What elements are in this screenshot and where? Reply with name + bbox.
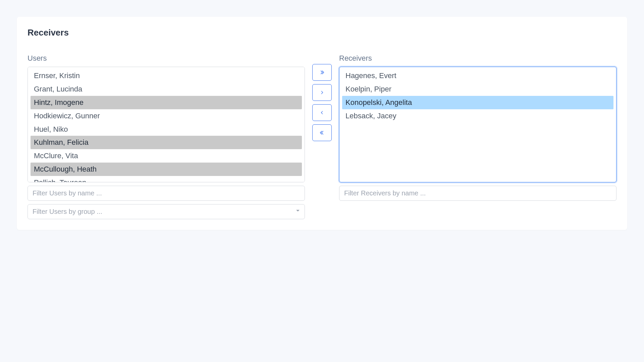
receivers-item[interactable]: Hagenes, Evert xyxy=(342,69,613,82)
receivers-item[interactable]: Koelpin, Piper xyxy=(342,82,613,96)
users-item[interactable]: Grant, Lucinda xyxy=(31,82,302,96)
receivers-filter-name-input[interactable] xyxy=(339,186,616,201)
users-item[interactable]: Ernser, Kristin xyxy=(31,69,302,82)
page-title: Receivers xyxy=(28,27,616,38)
add-all-button[interactable] xyxy=(312,64,332,81)
chevron-double-left-icon xyxy=(319,130,325,135)
receivers-card: Receivers Users Ernser, KristinGrant, Lu… xyxy=(17,17,627,230)
remove-all-button[interactable] xyxy=(312,124,332,141)
chevron-double-right-icon xyxy=(319,70,325,75)
receivers-item[interactable]: Lebsack, Jacey xyxy=(342,109,613,123)
remove-selected-button[interactable] xyxy=(312,104,332,121)
chevron-right-icon xyxy=(320,90,324,95)
users-item[interactable]: Hintz, Imogene xyxy=(31,96,302,109)
users-item[interactable]: Pollich, Taurean xyxy=(31,176,302,182)
users-item[interactable]: McClure, Vita xyxy=(31,149,302,163)
users-item[interactable]: McCullough, Heath xyxy=(31,163,302,176)
users-filter-group-select[interactable] xyxy=(28,204,305,219)
transfer-container: Users Ernser, KristinGrant, LucindaHintz… xyxy=(28,54,616,219)
users-item[interactable]: Hodkiewicz, Gunner xyxy=(31,109,302,123)
chevron-left-icon xyxy=(320,110,324,115)
receivers-column: Receivers Hagenes, EvertKoelpin, PiperKo… xyxy=(339,54,616,201)
users-filter-name-input[interactable] xyxy=(28,186,305,201)
receivers-label: Receivers xyxy=(339,54,616,63)
transfer-buttons xyxy=(312,54,332,141)
users-listbox[interactable]: Ernser, KristinGrant, LucindaHintz, Imog… xyxy=(28,67,305,182)
users-item[interactable]: Kuhlman, Felicia xyxy=(31,136,302,149)
receivers-listbox[interactable]: Hagenes, EvertKoelpin, PiperKonopelski, … xyxy=(339,67,616,182)
users-column: Users Ernser, KristinGrant, LucindaHintz… xyxy=(28,54,305,219)
users-label: Users xyxy=(28,54,305,63)
receivers-item[interactable]: Konopelski, Angelita xyxy=(342,96,613,109)
users-item[interactable]: Huel, Niko xyxy=(31,123,302,136)
add-selected-button[interactable] xyxy=(312,84,332,101)
